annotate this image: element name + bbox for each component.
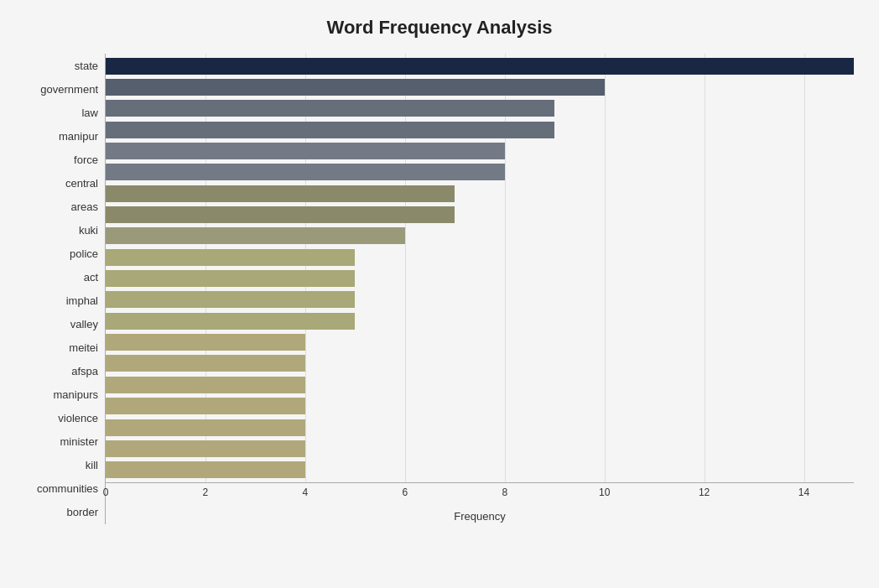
chart-title: Word Frequency Analysis (25, 17, 854, 39)
bar-row (106, 205, 854, 225)
y-label: force (25, 148, 98, 170)
y-label: act (25, 266, 98, 288)
bar (106, 461, 305, 478)
bar-row (106, 120, 854, 140)
plot-area: 02468101214 Frequency (105, 54, 854, 524)
x-tick: 14 (798, 487, 809, 498)
y-labels: stategovernmentlawmanipurforcecentralare… (25, 54, 105, 524)
bar-row (106, 77, 854, 97)
y-label: kuki (25, 219, 98, 241)
bar (106, 58, 854, 75)
y-label: minister (25, 431, 98, 453)
y-label: violence (25, 408, 98, 429)
y-label: government (25, 78, 98, 100)
y-label: meitei (25, 337, 98, 359)
bar (106, 185, 455, 202)
x-tick: 12 (699, 487, 710, 498)
x-tick: 8 (502, 487, 507, 498)
bar-row (106, 396, 854, 416)
bar-row (106, 418, 854, 438)
x-axis-label: Frequency (106, 510, 854, 523)
chart-container: Word Frequency Analysis stategovernmentl… (0, 0, 879, 588)
bar (106, 419, 305, 436)
bar-row (106, 311, 854, 331)
bar-row (106, 353, 854, 373)
x-tick: 0 (103, 487, 109, 498)
bar (106, 355, 305, 372)
y-label: law (25, 101, 98, 123)
y-label: imphal (25, 289, 98, 311)
y-label: afspa (25, 361, 98, 382)
bar (106, 100, 554, 117)
y-label: communities (25, 478, 98, 500)
bar (106, 143, 505, 159)
bar-row (106, 141, 854, 161)
bar-row (106, 332, 854, 352)
bar (106, 313, 355, 330)
y-label: manipurs (25, 384, 98, 406)
bar (106, 79, 605, 96)
bar (106, 249, 355, 266)
bar (106, 206, 455, 223)
bar-row (106, 162, 854, 182)
x-tick: 2 (203, 487, 209, 498)
y-label: areas (25, 195, 98, 217)
bar (106, 398, 305, 414)
bar-row (106, 460, 854, 480)
bar (106, 227, 405, 244)
bar (106, 270, 355, 287)
bar-row (106, 247, 854, 268)
bar (106, 164, 505, 180)
bar-row (106, 56, 854, 76)
bar-row (106, 439, 854, 459)
y-label: state (25, 55, 98, 76)
bar-row (106, 375, 854, 395)
y-label: police (25, 242, 98, 264)
x-tick: 10 (599, 487, 610, 498)
y-label: valley (25, 314, 98, 336)
y-label: border (25, 502, 98, 523)
bar-row (106, 289, 854, 310)
y-label: manipur (25, 125, 98, 147)
bar-row (106, 268, 854, 289)
x-tick: 6 (402, 487, 408, 498)
chart-area: stategovernmentlawmanipurforcecentralare… (25, 54, 854, 524)
bar-row (106, 98, 854, 118)
y-label: kill (25, 455, 98, 476)
x-ticks: 02468101214 (106, 483, 854, 508)
y-label: central (25, 172, 98, 194)
bar (106, 334, 305, 351)
bar (106, 291, 355, 308)
bar (106, 122, 554, 138)
bars-column (106, 54, 854, 482)
bars-wrapper (105, 54, 854, 482)
x-tick: 4 (303, 487, 309, 498)
bar (106, 377, 305, 393)
bar-row (106, 226, 854, 246)
x-axis-area: 02468101214 Frequency (105, 482, 854, 524)
bar (106, 440, 305, 457)
bar-row (106, 184, 854, 204)
